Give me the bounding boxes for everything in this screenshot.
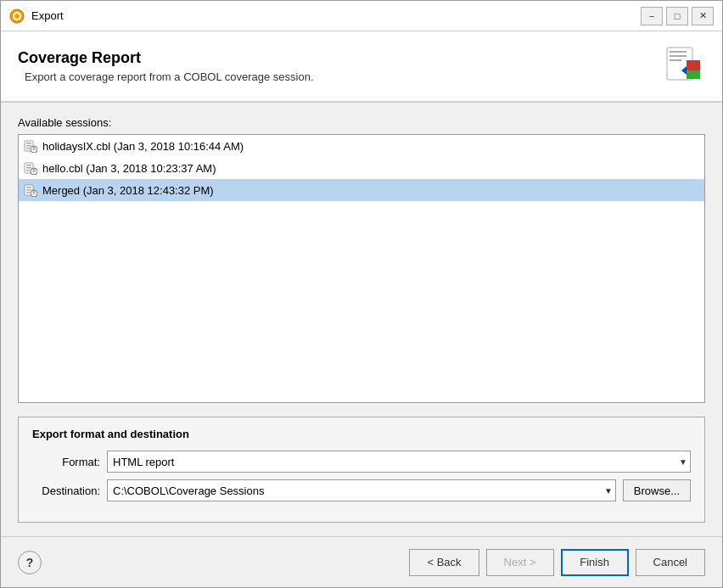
session-icon: [24, 161, 37, 175]
svg-point-2: [14, 14, 20, 19]
app-icon: [9, 8, 25, 24]
svg-rect-29: [33, 193, 36, 194]
svg-rect-13: [26, 148, 30, 149]
title-bar-controls: − □ ✕: [641, 7, 714, 25]
close-button[interactable]: ✕: [692, 7, 714, 25]
window-title: Export: [31, 9, 64, 22]
format-select[interactable]: HTML reportXML reportCSV report: [107, 451, 691, 473]
sessions-list[interactable]: holidaysIX.cbl (Jan 3, 2018 10:16:44 AM)…: [18, 134, 705, 403]
format-section: Export format and destination Format: HT…: [18, 417, 705, 523]
svg-rect-12: [26, 145, 31, 147]
destination-select-wrapper: C:\COBOL\Coverage Sessions ▼: [107, 479, 616, 501]
title-bar: Export − □ ✕: [1, 1, 722, 31]
svg-rect-15: [33, 149, 36, 150]
svg-rect-16: [33, 148, 36, 148]
page-title: Coverage Report: [18, 49, 314, 67]
session-label: Merged (Jan 3, 2018 12:43:32 PM): [42, 184, 214, 197]
svg-rect-5: [670, 55, 687, 57]
svg-rect-6: [670, 59, 681, 61]
session-label: hello.cbl (Jan 3, 2018 10:23:37 AM): [42, 162, 216, 175]
destination-row: Destination: C:\COBOL\Coverage Sessions …: [32, 479, 691, 501]
content-area: Coverage Report Export a coverage report…: [1, 31, 722, 587]
cancel-button[interactable]: Cancel: [636, 549, 705, 576]
svg-rect-23: [33, 170, 36, 171]
session-item[interactable]: Merged (Jan 3, 2018 12:43:32 PM): [19, 179, 704, 201]
destination-select[interactable]: C:\COBOL\Coverage Sessions: [107, 479, 616, 501]
back-button[interactable]: < Back: [409, 549, 479, 576]
button-bar-left: ?: [18, 551, 42, 574]
main-content: Available sessions: holidaysIX.cbl (Jan …: [1, 103, 722, 536]
svg-rect-8: [687, 60, 700, 70]
help-button[interactable]: ?: [18, 551, 42, 574]
svg-rect-30: [33, 192, 36, 193]
button-bar: ? < Back Next > Finish Cancel: [1, 536, 722, 587]
session-label: holidaysIX.cbl (Jan 3, 2018 10:16:44 AM): [42, 140, 244, 153]
format-label: Format:: [32, 456, 100, 468]
export-dialog: Export − □ ✕ Coverage Report Export a co…: [0, 0, 723, 588]
svg-rect-26: [26, 189, 31, 191]
header-section: Coverage Report Export a coverage report…: [1, 31, 722, 103]
svg-rect-25: [26, 187, 31, 188]
header-icon: [663, 45, 705, 87]
svg-rect-11: [26, 143, 31, 144]
svg-rect-20: [26, 170, 30, 171]
header-text: Coverage Report Export a coverage report…: [18, 49, 314, 83]
button-bar-right: < Back Next > Finish Cancel: [409, 549, 705, 576]
format-section-title: Export format and destination: [32, 428, 691, 440]
format-select-wrapper: HTML reportXML reportCSV report ▼: [107, 451, 691, 473]
next-button[interactable]: Next >: [486, 549, 554, 576]
svg-rect-19: [26, 167, 31, 169]
title-bar-left: Export: [9, 8, 64, 24]
sessions-section: Available sessions: holidaysIX.cbl (Jan …: [18, 116, 705, 403]
session-item[interactable]: holidaysIX.cbl (Jan 3, 2018 10:16:44 AM): [19, 135, 704, 157]
svg-rect-22: [33, 171, 36, 172]
session-icon: [24, 183, 37, 197]
format-row: Format: HTML reportXML reportCSV report …: [32, 451, 691, 473]
svg-rect-27: [26, 192, 30, 193]
session-icon: [24, 139, 37, 153]
maximize-button[interactable]: □: [666, 7, 688, 25]
destination-label: Destination:: [32, 484, 100, 497]
sessions-label: Available sessions:: [18, 116, 705, 129]
svg-rect-18: [26, 165, 31, 166]
svg-rect-9: [687, 70, 700, 79]
svg-rect-4: [670, 51, 687, 53]
finish-button[interactable]: Finish: [561, 549, 629, 576]
page-subtitle: Export a coverage report from a COBOL co…: [25, 70, 314, 83]
browse-button[interactable]: Browse...: [623, 479, 691, 501]
minimize-button[interactable]: −: [641, 7, 663, 25]
session-item[interactable]: hello.cbl (Jan 3, 2018 10:23:37 AM): [19, 157, 704, 179]
